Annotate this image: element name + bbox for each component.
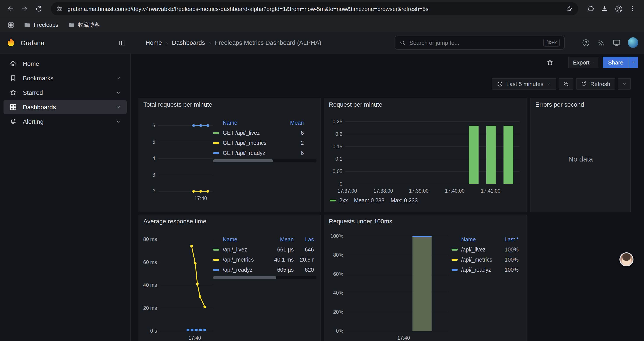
request-per-minute-chart[interactable]: 0.250.20.150.10.05017:37:0017:38:0017:39… bbox=[326, 118, 526, 194]
grafana-user-avatar[interactable] bbox=[628, 37, 638, 48]
svg-text:6: 6 bbox=[152, 123, 155, 128]
series-name[interactable]: GET /api/_readyz bbox=[223, 150, 284, 156]
browser-menu-button[interactable] bbox=[626, 2, 640, 16]
svg-text:20 ms: 20 ms bbox=[143, 305, 157, 311]
series-name[interactable]: /api/_metrics bbox=[223, 256, 271, 263]
panel-title[interactable]: Request per minute bbox=[329, 101, 382, 108]
share-label: Share bbox=[608, 59, 623, 66]
sidebar-item-alerting[interactable]: Alerting bbox=[4, 115, 127, 129]
series-name[interactable]: /api/_livez bbox=[461, 246, 498, 253]
average-response-time-chart[interactable]: 80 ms60 ms40 ms20 ms0 s17:40 bbox=[141, 233, 218, 341]
legend-header-mean[interactable]: Mean bbox=[271, 236, 294, 242]
series-mean: 6 bbox=[284, 130, 304, 136]
panel-title[interactable]: Errors per second bbox=[535, 101, 584, 108]
bookmark-star-icon[interactable] bbox=[566, 5, 573, 13]
legend-row: GET /api/_metrics 2 bbox=[213, 138, 318, 148]
legend-header-name[interactable]: Name bbox=[461, 236, 498, 242]
site-info-icon[interactable] bbox=[56, 5, 63, 12]
refresh-interval-button[interactable] bbox=[618, 78, 631, 90]
news-rss-icon[interactable] bbox=[597, 38, 606, 47]
chevron-down-icon[interactable] bbox=[115, 75, 122, 81]
svg-text:100%: 100% bbox=[330, 233, 343, 239]
legend-hscrollbar-thumb[interactable] bbox=[213, 159, 273, 162]
url-bar[interactable]: grafana.mathmast.com/d/deytv4rwavabkb/fr… bbox=[51, 2, 578, 15]
profile-icon bbox=[614, 5, 623, 13]
svg-text:17:38:00: 17:38:00 bbox=[374, 188, 393, 194]
puzzle-icon bbox=[586, 5, 594, 13]
series-name[interactable]: /api/_readyz bbox=[461, 267, 498, 273]
breadcrumb-home[interactable]: Home bbox=[146, 39, 162, 46]
forward-button[interactable] bbox=[18, 2, 32, 16]
legend-header-mean[interactable]: Mean bbox=[284, 120, 304, 126]
sidebar-toggle-button[interactable] bbox=[116, 37, 128, 49]
series-last: 620 bbox=[294, 267, 314, 273]
bookmark-folder-blogs[interactable]: 收藏博客 bbox=[65, 20, 102, 30]
series-name[interactable]: GET /api/_livez bbox=[223, 130, 284, 136]
panel-title[interactable]: Requests under 100ms bbox=[329, 218, 392, 225]
chevron-down-icon[interactable] bbox=[115, 104, 122, 110]
zoom-out-button[interactable] bbox=[559, 78, 574, 90]
svg-text:17:40: 17:40 bbox=[188, 335, 201, 341]
bookmark-label: 收藏博客 bbox=[78, 21, 100, 29]
chevron-down-icon bbox=[546, 81, 552, 87]
screen-icon[interactable] bbox=[612, 38, 621, 47]
svg-text:17:40: 17:40 bbox=[397, 335, 410, 341]
refresh-icon bbox=[581, 81, 587, 87]
series-name[interactable]: 2xx bbox=[339, 197, 348, 204]
time-range-picker[interactable]: Last 5 minutes bbox=[492, 78, 556, 90]
extensions-button[interactable] bbox=[584, 2, 598, 16]
series-name[interactable]: /api/_livez bbox=[223, 246, 271, 253]
search-input[interactable]: Search or jump to... ⌘+k bbox=[394, 36, 565, 50]
panel-title[interactable]: Total requests per minute bbox=[143, 101, 212, 108]
browser-profile-button[interactable] bbox=[612, 2, 626, 16]
time-range-label: Last 5 minutes bbox=[506, 81, 544, 87]
svg-text:0.2: 0.2 bbox=[335, 131, 342, 137]
legend-header-last[interactable]: Last * bbox=[498, 236, 524, 242]
favorite-dashboard-button[interactable] bbox=[544, 57, 556, 68]
series-last: 100% bbox=[498, 246, 524, 253]
panel-title[interactable]: Average response time bbox=[143, 218, 206, 225]
series-name[interactable]: /api/_readyz bbox=[223, 267, 271, 273]
sidebar-item-label: Home bbox=[23, 60, 39, 67]
sidebar-item-bookmarks[interactable]: Bookmarks bbox=[4, 71, 127, 85]
bookmark-folder-freeleaps[interactable]: Freeleaps bbox=[21, 20, 61, 30]
back-button[interactable] bbox=[4, 2, 18, 16]
downloads-button[interactable] bbox=[598, 2, 612, 16]
legend-header-name[interactable]: Name bbox=[223, 120, 284, 126]
legend-hscrollbar[interactable] bbox=[213, 159, 316, 162]
grafana-brand[interactable]: Grafana bbox=[5, 32, 44, 53]
series-mean: 6 bbox=[284, 150, 304, 156]
legend-row: /api/_readyz 100% bbox=[452, 265, 524, 275]
legend-hscrollbar-thumb[interactable] bbox=[213, 276, 276, 279]
svg-text:20%: 20% bbox=[333, 309, 343, 315]
url-text: grafana.mathmast.com/d/deytv4rwavabkb/fr… bbox=[68, 6, 561, 12]
breadcrumb-dashboards[interactable]: Dashboards bbox=[172, 39, 205, 46]
breadcrumb-current: Freeleaps Metrics Dashboard (ALPHA) bbox=[215, 39, 321, 46]
requests-under-100ms-chart[interactable]: 100%80%60%40%20%0%17:40 bbox=[326, 233, 453, 341]
sidebar-item-dashboards[interactable]: Dashboards bbox=[4, 100, 127, 114]
export-button[interactable]: Export bbox=[568, 57, 598, 68]
refresh-button[interactable]: Refresh bbox=[576, 78, 615, 90]
svg-text:2: 2 bbox=[152, 188, 155, 194]
series-swatch bbox=[213, 152, 219, 154]
total-requests-chart[interactable]: 6543217:40 bbox=[141, 118, 218, 210]
reload-button[interactable] bbox=[32, 2, 46, 16]
help-icon[interactable] bbox=[582, 38, 590, 47]
sidebar-item-home[interactable]: Home bbox=[4, 57, 127, 71]
sidebar-item-starred[interactable]: Starred bbox=[4, 86, 127, 100]
legend-hscrollbar[interactable] bbox=[213, 276, 316, 279]
svg-text:0 s: 0 s bbox=[150, 328, 157, 334]
chevron-down-icon[interactable] bbox=[115, 90, 122, 96]
panel-average-response-time: Average response time 80 ms60 ms40 ms20 … bbox=[138, 215, 321, 341]
share-menu-button[interactable] bbox=[629, 57, 638, 68]
chevron-down-icon[interactable] bbox=[115, 119, 122, 125]
apps-grid-button[interactable] bbox=[5, 19, 17, 31]
panel-total-requests: Total requests per minute 6543217:40 Nam… bbox=[138, 98, 321, 212]
share-button[interactable]: Share bbox=[603, 57, 628, 68]
breadcrumb-separator: › bbox=[162, 39, 172, 46]
legend-header-name[interactable]: Name bbox=[223, 236, 271, 242]
series-name[interactable]: GET /api/_metrics bbox=[223, 140, 284, 146]
floating-user-avatar[interactable] bbox=[620, 252, 634, 266]
series-name[interactable]: /api/_metrics bbox=[461, 256, 498, 263]
legend-header-last[interactable]: Las bbox=[294, 236, 314, 242]
